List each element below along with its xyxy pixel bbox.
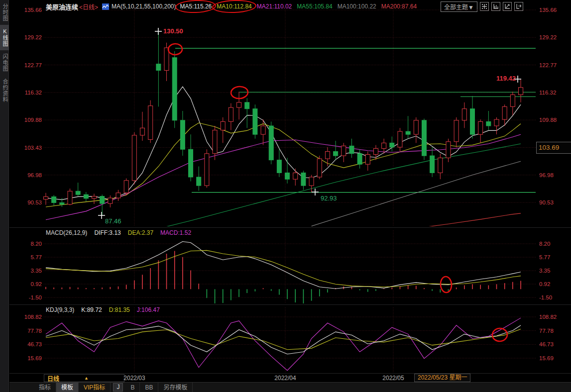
axis-tick-label: 46.73	[12, 341, 42, 348]
axis-tick-label: 3.35	[539, 267, 570, 274]
period-selector[interactable]: 日线 ▲	[44, 374, 124, 382]
ma-value: MA55:105.84	[297, 3, 332, 10]
crosshair-icon[interactable]	[480, 2, 489, 11]
sidebar-tab-分时图[interactable]: 分时图	[0, 0, 9, 25]
axis-tick-label: 108.82	[12, 313, 42, 320]
axis-tick-label: 90.53	[12, 199, 42, 206]
axis-tick-label: 3.35	[12, 267, 42, 274]
axis-tick-label: 5.77	[539, 254, 570, 261]
axis-tick-label: 77.78	[12, 327, 42, 334]
axis-tick-label: 8.20	[12, 240, 42, 247]
axis-tick-label: 122.77	[12, 62, 42, 69]
trend-chart-icon[interactable]	[503, 2, 512, 11]
left-sidebar: 分时图K线图闪电图合约资料	[0, 0, 9, 392]
axis-tick-label: 135.66	[539, 6, 570, 13]
ma-value: MA100:100.22	[338, 3, 376, 10]
chart-app-window: 分时图K线图闪电图合约资料 美原油连续 <日线> MA(5,10,21,55,1…	[0, 0, 571, 392]
toolbar-button-模板[interactable]: 模板	[56, 383, 79, 392]
axis-tick-label: 109.88	[539, 116, 570, 123]
axis-tick-label: 129.22	[539, 34, 570, 41]
current-date-label: 2022/05/23 星期一	[414, 374, 470, 382]
price-annotation-label: 119.42	[496, 75, 516, 82]
toolbar-button-B[interactable]: B	[125, 383, 140, 392]
period-label: 日线	[47, 374, 59, 383]
sidebar-tab-K线图[interactable]: K线图	[0, 25, 9, 50]
theme-dropdown[interactable]: 全部主题▼	[441, 1, 477, 12]
price-annotation-label: 130.50	[163, 27, 183, 35]
axis-tick-label: 109.88	[12, 116, 42, 123]
symbol-title: 美原油连续	[46, 2, 78, 11]
axis-tick-label: 8.20	[539, 240, 570, 247]
ma-value: MA10:112.84	[217, 3, 252, 10]
ma-values-group: MA5:115.26MA10:112.84MA21:110.02MA55:105…	[180, 3, 422, 10]
axis-tick-label: 77.78	[539, 327, 570, 334]
axis-tick-label: 116.32	[539, 89, 570, 96]
axis-tick-label: 116.32	[12, 89, 42, 96]
indicator-value: DEA:2.37	[128, 229, 153, 236]
panel-separator	[9, 227, 571, 228]
panel-separator	[9, 304, 571, 305]
axis-tick-label: 46.73	[539, 341, 570, 348]
indicator-value: K:89.72	[81, 306, 102, 313]
period-arrow-icon: ▲	[84, 376, 89, 381]
period-tag: <日线>	[79, 2, 98, 11]
toolbar-button-VIP指标[interactable]: VIP指标	[79, 383, 111, 392]
sidebar-tab-合约资料[interactable]: 合约资料	[0, 75, 9, 106]
date-tick-label: 2022/04	[274, 375, 296, 382]
toolbar-button-指标[interactable]: 指标	[34, 383, 56, 392]
red-circle-annotation	[175, 0, 217, 13]
date-axis: 日线 ▲ 2022/032022/042022/05 2022/05/23 星期…	[9, 373, 571, 382]
indicator-value: J:106.47	[137, 306, 160, 313]
ma-value: MA5:115.26	[180, 3, 212, 10]
indicator-name: MACD(26,12,9)	[46, 229, 87, 236]
axis-tick-label: 122.77	[539, 62, 570, 69]
toolbar-button-另存模板[interactable]: 另存模板	[158, 383, 193, 392]
price-annotation-label: 87.46	[105, 217, 121, 225]
bottom-toolbar: 指标模板VIP指标JBBB另存模板	[9, 382, 571, 392]
chart-header: 美原油连续 <日线> MA(5,10,21,55,100,200) MA5:11…	[9, 0, 571, 13]
indicator-value: D:81.35	[109, 306, 130, 313]
chart-canvas[interactable]: 130.5087.4692.93119.42	[0, 0, 571, 392]
axis-tick-label: -1.50	[12, 294, 42, 301]
indicator-value: MACD:1.52	[160, 229, 191, 236]
sidebar-tab-闪电图[interactable]: 闪电图	[0, 50, 9, 75]
macd-header: MACD(26,12,9)DIFF:3.13DEA:2.37MACD:1.52	[46, 229, 191, 236]
axis-tick-label: 0.92	[12, 281, 42, 288]
axis-tick-label: 96.98	[12, 172, 42, 179]
red-circle-annotation	[212, 0, 256, 14]
toolbar-button-BB[interactable]: BB	[140, 383, 158, 392]
date-tick-label: 2022/03	[123, 375, 145, 382]
axis-tick-label: -1.50	[539, 294, 570, 301]
axis-tick-label: 90.53	[539, 199, 570, 206]
ma-value: MA200:87.64	[381, 3, 417, 10]
kdj-header: KDJ(9,3,3)K:89.72D:81.35J:106.47	[46, 306, 160, 313]
axis-tick-label: 15.69	[12, 355, 42, 362]
date-tick-label: 2022/05	[382, 375, 404, 382]
axis-tick-label: 0.92	[539, 281, 570, 288]
ma-params-label: MA(5,10,21,55,100,200)	[112, 3, 176, 10]
current-price-tag: 103.69	[536, 142, 571, 154]
indicator-name: KDJ(9,3,3)	[46, 306, 74, 313]
kline-chart-icon	[102, 3, 109, 10]
axis-tick-label: 108.82	[539, 313, 570, 320]
indicator-value: DIFF:3.13	[94, 229, 120, 236]
ma-value: MA21:110.02	[257, 3, 292, 10]
axis-chart-icon[interactable]	[491, 2, 500, 11]
axis-tick-label: 129.22	[12, 34, 42, 41]
axis-tick-label: 15.69	[539, 355, 570, 362]
axis-tick-label: 135.66	[12, 6, 42, 13]
toolbar-button-J[interactable]: J	[113, 383, 123, 392]
axis-tick-label: 96.98	[539, 172, 570, 179]
axis-tick-label: 5.77	[12, 254, 42, 261]
price-annotation-label: 92.93	[321, 195, 337, 202]
axis-tick-label: 103.43	[12, 144, 42, 151]
export-icon[interactable]	[514, 2, 523, 11]
